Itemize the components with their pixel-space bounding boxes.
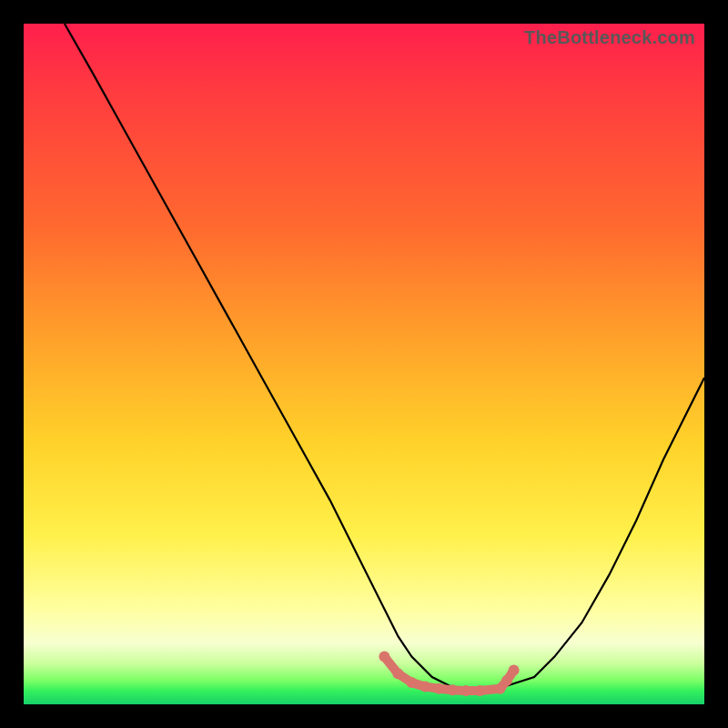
valley-marker	[433, 683, 444, 694]
valley-marker-group	[379, 652, 519, 696]
chart-frame: TheBottleneck.com	[0, 0, 728, 728]
valley-marker	[501, 675, 512, 686]
curve-right-branch	[473, 378, 704, 691]
curve-left-branch	[65, 24, 473, 691]
plot-area: TheBottleneck.com	[24, 24, 704, 704]
valley-marker	[406, 677, 417, 688]
valley-marker	[447, 684, 458, 695]
watermark-text: TheBottleneck.com	[524, 27, 695, 48]
valley-marker	[509, 665, 520, 676]
valley-marker	[379, 652, 389, 662]
valley-marker	[420, 682, 430, 693]
valley-marker	[392, 668, 403, 679]
valley-marker	[460, 685, 471, 696]
valley-marker	[474, 685, 485, 696]
curve-layer	[24, 24, 704, 704]
